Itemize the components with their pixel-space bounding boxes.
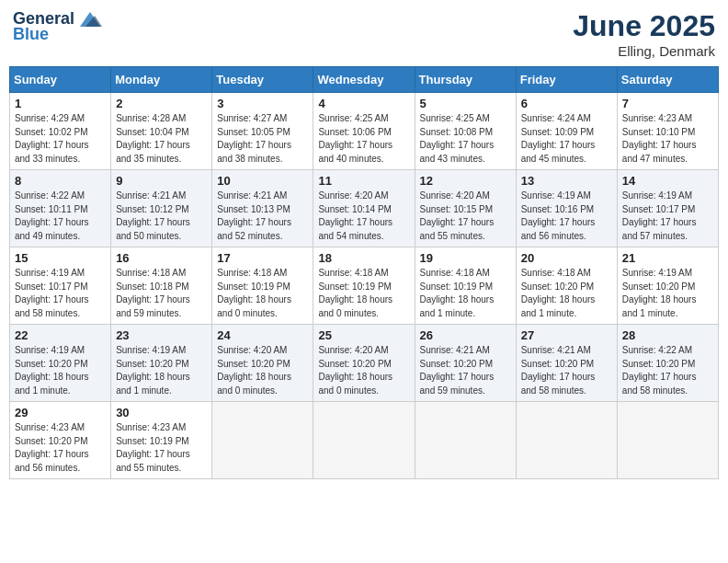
day-number: 9 bbox=[116, 174, 207, 188]
day-detail: Sunrise: 4:21 AMSunset: 10:13 PMDaylight… bbox=[217, 190, 308, 243]
day-detail: Sunrise: 4:21 AMSunset: 10:20 PMDaylight… bbox=[521, 344, 612, 397]
day-detail: Sunrise: 4:18 AMSunset: 10:20 PMDaylight… bbox=[521, 267, 612, 320]
calendar-cell: 3Sunrise: 4:27 AMSunset: 10:05 PMDayligh… bbox=[212, 93, 313, 170]
day-number: 17 bbox=[217, 251, 308, 265]
calendar-week-row: 1Sunrise: 4:29 AMSunset: 10:02 PMDayligh… bbox=[10, 93, 719, 170]
calendar-cell: 11Sunrise: 4:20 AMSunset: 10:14 PMDaylig… bbox=[313, 170, 415, 247]
calendar-cell: 14Sunrise: 4:19 AMSunset: 10:17 PMDaylig… bbox=[617, 170, 718, 247]
day-detail: Sunrise: 4:20 AMSunset: 10:20 PMDaylight… bbox=[318, 344, 409, 397]
day-detail: Sunrise: 4:19 AMSunset: 10:17 PMDaylight… bbox=[622, 190, 713, 243]
day-number: 1 bbox=[15, 97, 106, 110]
day-detail: Sunrise: 4:18 AMSunset: 10:19 PMDaylight… bbox=[420, 267, 511, 320]
calendar-cell: 21Sunrise: 4:19 AMSunset: 10:20 PMDaylig… bbox=[617, 247, 718, 325]
calendar-cell: 29Sunrise: 4:23 AMSunset: 10:20 PMDaylig… bbox=[10, 402, 111, 479]
col-header-sunday: Sunday bbox=[10, 67, 111, 93]
calendar-cell: 18Sunrise: 4:18 AMSunset: 10:19 PMDaylig… bbox=[313, 247, 415, 325]
calendar-cell: 30Sunrise: 4:23 AMSunset: 10:19 PMDaylig… bbox=[111, 402, 212, 479]
day-detail: Sunrise: 4:19 AMSunset: 10:20 PMDaylight… bbox=[622, 267, 713, 320]
location: Elling, Denmark bbox=[573, 43, 715, 59]
day-number: 7 bbox=[622, 97, 713, 110]
day-number: 30 bbox=[116, 406, 207, 419]
calendar-cell: 13Sunrise: 4:19 AMSunset: 10:16 PMDaylig… bbox=[516, 170, 617, 247]
day-number: 25 bbox=[318, 328, 409, 342]
col-header-wednesday: Wednesday bbox=[313, 67, 415, 93]
day-number: 3 bbox=[217, 97, 308, 110]
calendar-cell: 8Sunrise: 4:22 AMSunset: 10:11 PMDayligh… bbox=[10, 170, 111, 247]
day-number: 23 bbox=[116, 328, 207, 342]
col-header-saturday: Saturday bbox=[617, 67, 718, 93]
logo-icon bbox=[76, 10, 104, 29]
day-detail: Sunrise: 4:20 AMSunset: 10:20 PMDaylight… bbox=[217, 344, 308, 397]
col-header-friday: Friday bbox=[516, 67, 617, 93]
calendar-cell: 5Sunrise: 4:25 AMSunset: 10:08 PMDayligh… bbox=[415, 93, 516, 170]
day-detail: Sunrise: 4:21 AMSunset: 10:20 PMDaylight… bbox=[420, 344, 511, 397]
calendar-cell: 17Sunrise: 4:18 AMSunset: 10:19 PMDaylig… bbox=[212, 247, 313, 325]
day-detail: Sunrise: 4:22 AMSunset: 10:20 PMDaylight… bbox=[622, 344, 713, 397]
day-detail: Sunrise: 4:20 AMSunset: 10:15 PMDaylight… bbox=[420, 190, 511, 243]
day-number: 8 bbox=[15, 174, 106, 188]
calendar-cell: 12Sunrise: 4:20 AMSunset: 10:15 PMDaylig… bbox=[415, 170, 516, 247]
day-number: 19 bbox=[420, 251, 511, 265]
day-detail: Sunrise: 4:27 AMSunset: 10:05 PMDaylight… bbox=[217, 112, 308, 166]
col-header-monday: Monday bbox=[111, 67, 212, 93]
day-number: 28 bbox=[622, 328, 713, 342]
calendar-cell: 24Sunrise: 4:20 AMSunset: 10:20 PMDaylig… bbox=[212, 325, 313, 402]
calendar-cell: 15Sunrise: 4:19 AMSunset: 10:17 PMDaylig… bbox=[10, 247, 111, 325]
calendar-cell: 23Sunrise: 4:19 AMSunset: 10:20 PMDaylig… bbox=[111, 325, 212, 402]
day-detail: Sunrise: 4:25 AMSunset: 10:06 PMDaylight… bbox=[318, 112, 409, 166]
day-number: 18 bbox=[318, 251, 409, 265]
day-detail: Sunrise: 4:18 AMSunset: 10:19 PMDaylight… bbox=[217, 267, 308, 320]
calendar-cell: 25Sunrise: 4:20 AMSunset: 10:20 PMDaylig… bbox=[313, 325, 415, 402]
day-detail: Sunrise: 4:19 AMSunset: 10:20 PMDaylight… bbox=[116, 344, 207, 397]
day-number: 27 bbox=[521, 328, 612, 342]
day-number: 20 bbox=[521, 251, 612, 265]
day-number: 12 bbox=[420, 174, 511, 188]
day-detail: Sunrise: 4:18 AMSunset: 10:18 PMDaylight… bbox=[116, 267, 207, 320]
calendar-cell bbox=[415, 402, 516, 479]
day-detail: Sunrise: 4:22 AMSunset: 10:11 PMDaylight… bbox=[15, 190, 106, 243]
logo-text-blue: Blue bbox=[13, 25, 49, 44]
calendar-cell: 22Sunrise: 4:19 AMSunset: 10:20 PMDaylig… bbox=[10, 325, 111, 402]
day-number: 16 bbox=[116, 251, 207, 265]
day-number: 15 bbox=[15, 251, 106, 265]
calendar-cell: 20Sunrise: 4:18 AMSunset: 10:20 PMDaylig… bbox=[516, 247, 617, 325]
page-header: General Blue June 2025 Elling, Denmark bbox=[9, 9, 719, 59]
day-number: 22 bbox=[15, 328, 106, 342]
logo: General Blue bbox=[13, 9, 104, 44]
day-number: 6 bbox=[521, 97, 612, 110]
calendar-cell: 27Sunrise: 4:21 AMSunset: 10:20 PMDaylig… bbox=[516, 325, 617, 402]
calendar-cell: 1Sunrise: 4:29 AMSunset: 10:02 PMDayligh… bbox=[10, 93, 111, 170]
day-detail: Sunrise: 4:18 AMSunset: 10:19 PMDaylight… bbox=[318, 267, 409, 320]
day-number: 26 bbox=[420, 328, 511, 342]
calendar-header-row: SundayMondayTuesdayWednesdayThursdayFrid… bbox=[10, 67, 719, 93]
day-detail: Sunrise: 4:23 AMSunset: 10:19 PMDaylight… bbox=[116, 421, 207, 475]
day-number: 2 bbox=[116, 97, 207, 110]
calendar-cell: 26Sunrise: 4:21 AMSunset: 10:20 PMDaylig… bbox=[415, 325, 516, 402]
calendar-cell: 19Sunrise: 4:18 AMSunset: 10:19 PMDaylig… bbox=[415, 247, 516, 325]
day-detail: Sunrise: 4:29 AMSunset: 10:02 PMDaylight… bbox=[15, 112, 106, 166]
col-header-tuesday: Tuesday bbox=[212, 67, 313, 93]
calendar-cell: 16Sunrise: 4:18 AMSunset: 10:18 PMDaylig… bbox=[111, 247, 212, 325]
day-detail: Sunrise: 4:19 AMSunset: 10:20 PMDaylight… bbox=[15, 344, 106, 397]
day-number: 5 bbox=[420, 97, 511, 110]
day-detail: Sunrise: 4:20 AMSunset: 10:14 PMDaylight… bbox=[318, 190, 409, 243]
calendar-week-row: 8Sunrise: 4:22 AMSunset: 10:11 PMDayligh… bbox=[10, 170, 719, 247]
calendar-week-row: 15Sunrise: 4:19 AMSunset: 10:17 PMDaylig… bbox=[10, 247, 719, 325]
day-detail: Sunrise: 4:21 AMSunset: 10:12 PMDaylight… bbox=[116, 190, 207, 243]
day-detail: Sunrise: 4:23 AMSunset: 10:20 PMDaylight… bbox=[15, 421, 106, 475]
day-detail: Sunrise: 4:19 AMSunset: 10:16 PMDaylight… bbox=[521, 190, 612, 243]
calendar-cell: 28Sunrise: 4:22 AMSunset: 10:20 PMDaylig… bbox=[617, 325, 718, 402]
month-title: June 2025 bbox=[573, 9, 715, 43]
day-detail: Sunrise: 4:28 AMSunset: 10:04 PMDaylight… bbox=[116, 112, 207, 166]
day-number: 10 bbox=[217, 174, 308, 188]
calendar-cell: 9Sunrise: 4:21 AMSunset: 10:12 PMDayligh… bbox=[111, 170, 212, 247]
calendar-table: SundayMondayTuesdayWednesdayThursdayFrid… bbox=[9, 66, 719, 479]
day-detail: Sunrise: 4:23 AMSunset: 10:10 PMDaylight… bbox=[622, 112, 713, 166]
calendar-cell bbox=[516, 402, 617, 479]
day-detail: Sunrise: 4:19 AMSunset: 10:17 PMDaylight… bbox=[15, 267, 106, 320]
day-number: 21 bbox=[622, 251, 713, 265]
calendar-cell bbox=[617, 402, 718, 479]
calendar-cell bbox=[212, 402, 313, 479]
day-number: 11 bbox=[318, 174, 409, 188]
day-number: 4 bbox=[318, 97, 409, 110]
